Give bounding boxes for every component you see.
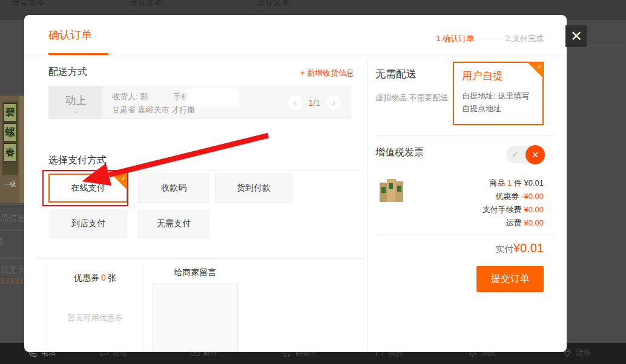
phone-number-redaction (187, 89, 238, 105)
total-row: 实付¥0.01 (363, 241, 544, 255)
address-page-indicator: 1/1 (309, 98, 320, 108)
payment-option-online[interactable]: 在线支付 ✓ (48, 174, 128, 203)
background-column-text: 没有文本 (11, 0, 45, 8)
payment-option-in-store[interactable]: 到店支付 (50, 210, 127, 238)
check-icon: ✓ (537, 63, 542, 71)
section-divider (36, 171, 364, 171)
invoice-toggle[interactable]: ✓ ✕ (506, 146, 544, 163)
no-delivery-option-title[interactable]: 无需配送 (375, 67, 417, 81)
background-divider (0, 257, 25, 258)
toggle-cross-icon: ✕ (526, 145, 545, 164)
background-column-text: 没有文本 (256, 0, 290, 8)
merchant-message-input[interactable] (153, 284, 238, 352)
section-divider (375, 135, 555, 136)
carrier-name: 动上 (65, 93, 87, 108)
no-delivery-option-desc: 虚拟物品,不需要配送 (375, 91, 452, 104)
coupon-count: 0 (101, 273, 106, 282)
summary-row-coupon: 优惠券 -¥0.00 (363, 190, 544, 203)
checkout-steps: 1.确认订单 2.支付完成 (436, 33, 544, 44)
self-pickup-option-card[interactable]: 用户自提 自提地址: 这里填写自提点地址 ✓ (453, 62, 544, 125)
coupon-panel: 优惠券0张 暂无可用优惠券 (47, 265, 143, 352)
title-underline (48, 53, 108, 55)
receiver-name: 收货人: 郭 (112, 91, 148, 102)
summary-row-shipping: 运费 ¥0.00 (363, 216, 544, 230)
background-text-line: 我无为 (0, 265, 25, 276)
selected-badge: ✓ (527, 62, 543, 78)
carrier-selector[interactable]: 动上 ⌄ (49, 86, 102, 119)
receiver-line: 收货人: 郭 手机: (112, 91, 191, 102)
vat-invoice-heading: 增值税发票 (375, 146, 424, 159)
total-amount: ¥0.01 (513, 241, 544, 255)
delivery-method-heading: 配送方式 (48, 66, 87, 79)
self-pickup-title: 用户自提 (462, 69, 503, 83)
item-quantity: 1 (507, 178, 512, 187)
next-address-button[interactable]: › (325, 94, 342, 111)
background-divider (0, 230, 25, 231)
address-pager: ‹ 1/1 › (287, 94, 342, 111)
add-address-link[interactable]: + 新增收货信息 (300, 68, 354, 79)
order-summary: 商品 1 件 ¥0.01 优惠券 -¥0.00 支付手续费 ¥0.00 运费 ¥… (363, 177, 544, 230)
tea-package-grade: 一级 (4, 180, 16, 189)
background-text-product-info: 品信息 (0, 213, 25, 224)
step-confirm-order: 1.确认订单 (436, 33, 474, 44)
section-divider (36, 258, 364, 259)
modal-title: 确认订单 (48, 28, 92, 42)
address-card[interactable]: 动上 ⌄ 收货人: 郭 手机: 甘肃省 嘉峪关市 才行撒 ‹ 1/1 › (48, 86, 351, 119)
toggle-check-icon: ✓ (512, 149, 519, 159)
payment-method-heading: 选择支付方式 (48, 154, 107, 167)
background-divider (586, 47, 625, 47)
confirm-order-modal: 确认订单 1.确认订单 2.支付完成 配送方式 + 新增收货信息 动上 ⌄ 收货… (24, 15, 567, 352)
address-text: 甘肃省 嘉峪关市 才行撒 (112, 105, 195, 115)
background-product-image: 碧螺春 一级 (0, 96, 27, 203)
chevron-down-icon: ⌄ (73, 109, 79, 112)
coupon-title: 优惠券0张 (47, 273, 143, 284)
payment-option-cod[interactable]: 货到付款 (215, 174, 292, 203)
checkout-page: 没有文本 没有文本 没有文本 碧螺春 一级 品信息 售 我无为 33333333… (0, 0, 626, 364)
merchant-message-heading: 给商家留言 (153, 267, 238, 278)
step-connector (479, 39, 501, 39)
background-column-text: 没有文本 (129, 0, 163, 8)
background-text-partial: 售 (0, 236, 4, 247)
submit-order-button[interactable]: 提交订单 (476, 266, 544, 292)
payment-option-no-payment[interactable]: 无需支付 (138, 210, 209, 238)
total-label: 实付 (495, 244, 513, 254)
tea-package-label: 碧螺春 (2, 102, 18, 175)
nav-item-label: 活动 (576, 348, 590, 358)
header-divider (24, 56, 567, 56)
check-icon: ✓ (121, 175, 127, 183)
prev-address-button[interactable]: ‹ (287, 94, 304, 111)
summary-row-items: 商品 1 件 ¥0.01 (363, 177, 544, 190)
self-pickup-desc: 自提地址: 这里填写自提点地址 (462, 89, 536, 115)
summary-row-fee: 支付手续费 ¥0.00 (363, 203, 544, 216)
payment-option-qr-code[interactable]: 收款码 (138, 174, 209, 203)
selected-badge: ✓ (111, 174, 127, 190)
background-divider (0, 204, 25, 205)
step-payment-complete: 2.支付完成 (506, 33, 544, 44)
close-icon[interactable]: ✕ (565, 25, 587, 47)
section-divider (375, 235, 555, 235)
coupon-empty-text: 暂无可用优惠券 (47, 313, 143, 323)
